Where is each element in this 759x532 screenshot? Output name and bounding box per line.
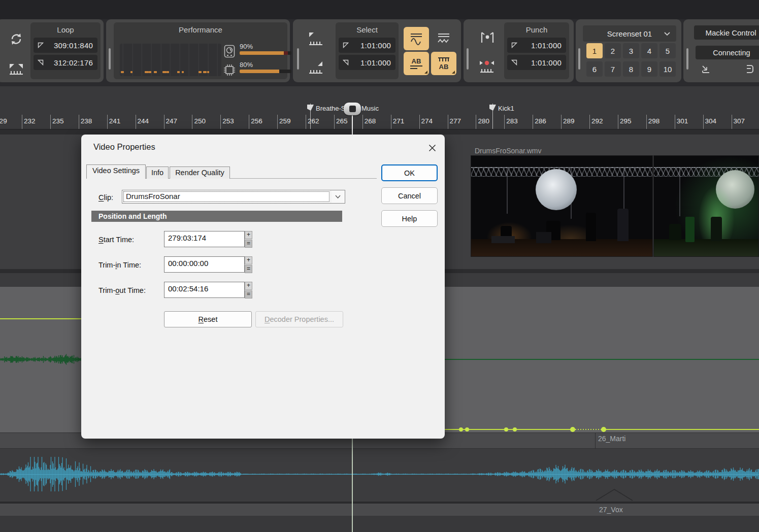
ok-button[interactable]: OK [381, 164, 438, 181]
tab-render-quality[interactable]: Render Quality [170, 167, 230, 179]
module-separator-handle[interactable] [686, 48, 688, 70]
spin-up-button[interactable]: + [245, 256, 252, 264]
cancel-button[interactable]: Cancel [381, 187, 438, 204]
loop-start-field[interactable]: 309:01:840 [34, 38, 97, 53]
envelope-node[interactable] [504, 427, 508, 431]
clip-combobox[interactable]: DrumsFroSonar [122, 190, 345, 204]
punch-in-field[interactable]: 1:01:000 [507, 38, 566, 53]
ruler-tick [306, 115, 306, 129]
screenset-button-2[interactable]: 2 [605, 43, 621, 58]
green-waveform-flat [444, 359, 759, 360]
loop-toggle-button[interactable] [7, 30, 25, 48]
video-thumbnail-frame1[interactable] [471, 155, 653, 257]
ruler-tick-label: 283 [506, 117, 518, 125]
loop-end-field[interactable]: 312:02:176 [34, 55, 97, 70]
screenset-button-1[interactable]: 1 [586, 43, 603, 58]
activity-dash-icon [182, 71, 184, 73]
punch-markers-button[interactable] [478, 29, 497, 47]
automation-write-toggle[interactable] [431, 27, 456, 50]
ruler-tick-label: 238 [81, 117, 92, 125]
ruler-tick-label: 280 [478, 117, 489, 125]
activity-dash-icon [145, 71, 149, 73]
tab-video-settings[interactable]: Video Settings [86, 164, 146, 179]
marker-label[interactable]: Music [361, 105, 379, 112]
module-separator-handle[interactable] [467, 48, 469, 70]
screenset-button-3[interactable]: 3 [623, 43, 639, 58]
marker-flag-icon[interactable] [307, 105, 314, 111]
select-thru-ruler-button[interactable] [306, 59, 325, 76]
mackie-connect-button[interactable] [701, 64, 711, 74]
screenset-button-4[interactable]: 4 [641, 43, 657, 58]
screenset-button-5[interactable]: 5 [659, 43, 676, 58]
select-from-field[interactable]: 1:01:000 [339, 38, 395, 53]
module-separator-handle[interactable] [578, 48, 580, 70]
ruler-tick [533, 115, 533, 129]
tab-info[interactable]: Info [146, 167, 169, 179]
auto-punch-button[interactable] [477, 57, 497, 75]
ruler-tick [79, 115, 79, 129]
ruler-tick-label: 301 [677, 117, 688, 125]
mackie-title-box[interactable]: Mackie Control [694, 25, 759, 40]
marker-label[interactable]: Kick1 [498, 105, 514, 112]
screenset-button-6[interactable]: 6 [586, 61, 603, 77]
ab-compare-toggle[interactable]: AB [404, 52, 429, 75]
spin-down-button[interactable]: = [245, 240, 252, 248]
volume-envelope-left[interactable] [0, 318, 81, 319]
envelope-node[interactable] [601, 427, 606, 432]
automation-read-toggle[interactable] [404, 27, 429, 50]
close-button[interactable] [426, 142, 438, 153]
ruler-tick [561, 115, 562, 129]
clip-header-band[interactable] [0, 504, 759, 516]
reset-button[interactable]: Reset [164, 311, 252, 327]
mackie-window-button[interactable] [744, 64, 754, 74]
trim-out-time-input[interactable] [164, 282, 245, 298]
trim-in-time-label: Trim-in Time: [98, 261, 141, 269]
select-thru-field[interactable]: 1:01:000 [339, 55, 395, 70]
start-time-input[interactable] [164, 231, 245, 247]
envelope-node[interactable] [459, 427, 463, 431]
envelope-node[interactable] [570, 427, 575, 432]
punch-out-field[interactable]: 1:01:000 [507, 55, 566, 70]
punch-panel: Punch 1:01:000 1:01:000 [504, 22, 569, 79]
module-separator-handle[interactable] [109, 48, 111, 70]
ruler-tick [675, 115, 675, 129]
record-punch-icon [477, 57, 497, 75]
spin-up-button[interactable]: + [245, 231, 252, 239]
mackie-status-box: Connecting [696, 46, 759, 59]
spin-down-button[interactable]: = [245, 290, 252, 298]
screenset-button-9[interactable]: 9 [641, 61, 657, 77]
ruler-tick-label: 259 [279, 117, 291, 125]
spin-down-button[interactable]: = [245, 265, 252, 273]
decoder-properties-button[interactable]: Decoder Properties... [255, 311, 343, 327]
ab-ruler-toggle[interactable]: AB [431, 52, 456, 75]
ruler-tick [277, 115, 278, 129]
cpu-meter-bar [240, 70, 291, 73]
trim-in-time-input[interactable] [164, 256, 245, 273]
marker-label[interactable]: Breathe-S [316, 105, 346, 112]
select-from-ruler-button[interactable] [306, 30, 325, 48]
stage-pole [507, 168, 508, 214]
video-thumbnail-frame2[interactable] [653, 155, 759, 257]
envelope-node[interactable] [465, 427, 469, 431]
clip-fade-handles[interactable] [594, 487, 635, 502]
screenset-button-7[interactable]: 7 [605, 61, 621, 77]
loop-range-icon [7, 60, 25, 77]
clip-combobox-dropdown-button[interactable] [331, 190, 345, 203]
screenset-button-10[interactable]: 10 [659, 61, 676, 77]
marker-flag-icon[interactable] [489, 105, 496, 111]
playhead-handle[interactable] [344, 103, 361, 115]
spin-up-button[interactable]: + [245, 282, 252, 290]
screenset-button-8[interactable]: 8 [623, 61, 639, 77]
clip-label: Clip: [98, 193, 113, 202]
dropdown-corner-icon [424, 71, 427, 74]
ruler-tick-label: 292 [591, 117, 603, 125]
set-loop-to-selection-button[interactable] [7, 60, 25, 77]
help-button[interactable]: Help [381, 210, 438, 227]
loop-module: Loop 309:01:840 312:02:176 [0, 19, 104, 82]
screenset-dropdown[interactable]: Screenset 01 [583, 25, 676, 42]
select-thru-value: 1:01:000 [349, 58, 391, 67]
module-separator-handle[interactable] [297, 48, 299, 70]
select-module: Select 1:01:000 1:01:000 [293, 19, 461, 82]
envelope-node[interactable] [513, 427, 517, 431]
timeline-ruler[interactable]: 2292322352382412442472502532562592622652… [0, 86, 759, 129]
